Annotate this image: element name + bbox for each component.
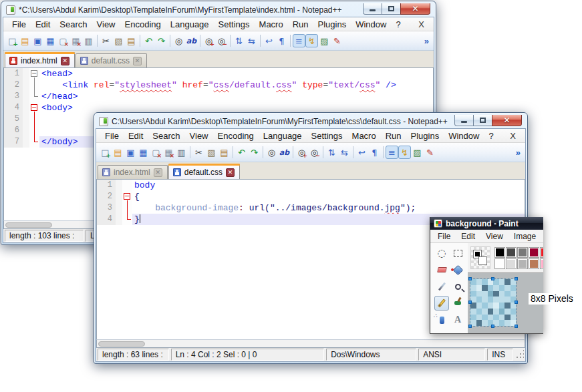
tab-close-icon[interactable]: ✕ [61, 57, 69, 65]
function-list-icon[interactable]: ↯ [305, 34, 318, 47]
freeform-select-icon[interactable]: ◌ [434, 246, 449, 260]
menu-close-doc-button[interactable]: X [413, 18, 430, 31]
print-icon[interactable]: ▥ [82, 34, 95, 47]
code-line-3[interactable]: 3</head> [4, 91, 433, 102]
eraser-icon[interactable] [434, 262, 449, 277]
menu-item-encoding[interactable]: Encoding [213, 130, 259, 142]
close-button[interactable]: ✕ [400, 3, 430, 15]
maximize-button[interactable] [382, 3, 400, 15]
close-all-icon[interactable]: ▦× [69, 34, 82, 47]
open-file-icon[interactable]: ▤ [19, 34, 31, 47]
cut-icon[interactable]: ✂ [192, 146, 205, 159]
bookmark-margin[interactable] [23, 102, 29, 114]
fold-margin[interactable]: − [122, 191, 132, 202]
menu-item-view[interactable]: View [185, 130, 213, 142]
resize-grip[interactable] [515, 349, 524, 361]
menu-item-macro[interactable]: Macro [255, 18, 288, 31]
palette-color-swatch[interactable] [540, 247, 543, 258]
menu-item-search[interactable]: Search [55, 18, 92, 31]
selection-handle[interactable] [515, 325, 518, 328]
titlebar[interactable]: *C:\Users\Abdul Karim\Desktop\TemplateIn… [3, 3, 434, 17]
palette-color-swatch[interactable] [494, 258, 505, 269]
palette-color-swatch[interactable] [540, 258, 543, 269]
sync-horizontal-icon[interactable]: ⇆ [245, 34, 258, 47]
palette-color-swatch[interactable] [517, 247, 528, 258]
menu-item-edit[interactable]: Edit [31, 18, 55, 31]
save-all-icon[interactable]: ▦ [137, 146, 150, 159]
tab-index-html[interactable]: index.html✕ [5, 52, 75, 67]
undo-icon[interactable]: ↶ [142, 34, 155, 47]
bookmark-margin[interactable] [116, 180, 122, 191]
magnifier-icon[interactable] [450, 279, 465, 294]
bookmark-margin[interactable] [116, 202, 122, 214]
code-line-3[interactable]: 3 background-image: url("../images/backg… [97, 202, 525, 214]
menu-item-macro[interactable]: Macro [347, 130, 381, 142]
word-wrap-icon[interactable]: ↩ [263, 34, 275, 47]
fold-margin[interactable] [122, 180, 132, 191]
horizontal-scrollbar[interactable] [96, 339, 525, 348]
toolbar-overflow-chevron-icon[interactable]: » [516, 148, 523, 158]
zoom-out-icon[interactable]: ◎− [215, 34, 228, 47]
paste-icon[interactable]: ▤ [218, 146, 231, 159]
doc-map-icon[interactable]: ▨ [318, 34, 331, 47]
fold-margin[interactable]: − [29, 102, 39, 114]
zoom-in-icon[interactable]: ◎+ [295, 146, 308, 159]
menu-item-search[interactable]: Search [148, 130, 184, 142]
doc-map-icon[interactable]: ▨ [411, 146, 424, 159]
airbrush-icon[interactable] [434, 313, 449, 327]
show-symbols-icon[interactable]: ¶ [275, 34, 288, 47]
fold-margin[interactable] [122, 202, 132, 214]
menu-item-edit[interactable]: Edit [456, 230, 480, 242]
function-list-icon[interactable]: ↯ [398, 146, 411, 159]
tab-close-icon[interactable]: ✕ [154, 168, 162, 177]
paste-icon[interactable]: ▤ [125, 34, 138, 47]
word-wrap-icon[interactable]: ↩ [355, 146, 368, 159]
menu-item-plugins[interactable]: Plugins [313, 18, 351, 31]
new-file-icon[interactable]: □+ [6, 34, 19, 47]
scrollbar-thumb[interactable] [98, 341, 145, 347]
menu-item-view[interactable]: View [480, 230, 508, 242]
macro-icon[interactable]: ✎ [424, 146, 436, 159]
copy-icon[interactable]: ▧ [205, 146, 218, 159]
menu-item-language[interactable]: Language [259, 130, 307, 142]
bookmark-margin[interactable] [116, 191, 122, 202]
fold-margin[interactable] [29, 136, 39, 148]
menu-item-[interactable]: ? [391, 18, 405, 31]
tab-default-css[interactable]: default.css✕ [168, 164, 240, 179]
menu-item-settings[interactable]: Settings [307, 130, 347, 142]
tab-default-css[interactable]: default.css✕ [76, 53, 147, 67]
selection-handle[interactable] [515, 301, 518, 304]
bookmark-margin[interactable] [23, 79, 29, 91]
bookmark-margin[interactable] [23, 68, 29, 79]
indent-guide-icon[interactable]: ≡ [386, 146, 398, 159]
close-all-icon[interactable]: ▦× [162, 146, 175, 159]
color-picker-icon[interactable] [434, 279, 449, 294]
print-icon[interactable]: ▥ [175, 146, 188, 159]
zoom-out-icon[interactable]: ◎− [308, 146, 321, 159]
pencil-icon[interactable] [434, 296, 449, 311]
code-line-2[interactable]: 2 <link rel="stylesheet" href="css/defau… [4, 79, 433, 91]
menu-item-c[interactable]: C [541, 230, 543, 242]
fold-margin[interactable]: − [29, 68, 39, 79]
minimize-button[interactable] [454, 115, 474, 126]
brush-icon[interactable] [450, 296, 465, 311]
palette-color-swatch[interactable] [517, 258, 528, 269]
menu-item-window[interactable]: Window [351, 18, 391, 31]
menu-item-window[interactable]: Window [444, 130, 484, 142]
save-icon[interactable]: ▣ [31, 34, 44, 47]
fold-margin[interactable] [29, 114, 39, 125]
pixel-image-selection[interactable] [470, 279, 516, 326]
fold-margin[interactable] [29, 91, 39, 102]
bookmark-margin[interactable] [23, 91, 29, 102]
redo-icon[interactable]: ↷ [155, 34, 168, 47]
bookmark-margin[interactable] [23, 136, 29, 148]
scrollbar-thumb[interactable] [5, 222, 52, 228]
cut-icon[interactable]: ✂ [100, 34, 112, 47]
bookmark-margin[interactable] [116, 214, 122, 225]
save-icon[interactable]: ▣ [124, 146, 137, 159]
rect-select-icon[interactable] [450, 246, 465, 260]
fold-margin[interactable] [29, 125, 39, 136]
menu-item-language[interactable]: Language [166, 18, 214, 31]
close-file-icon[interactable]: ▢× [57, 34, 69, 47]
code-line-2[interactable]: 2−{ [97, 191, 525, 202]
